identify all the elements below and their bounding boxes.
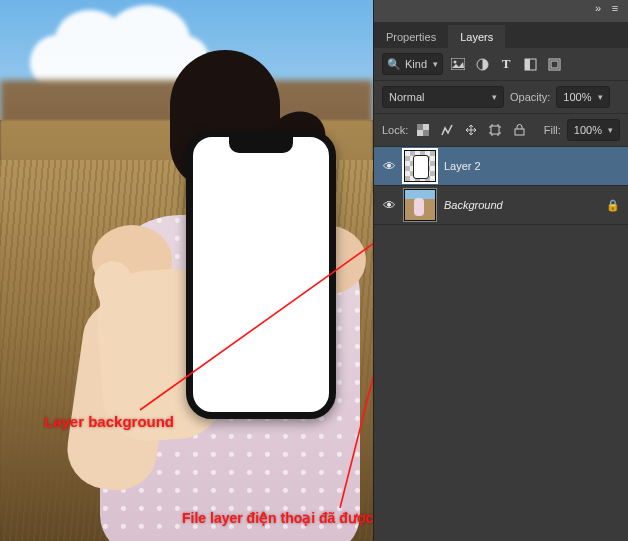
layer-filter-row: 🔍 Kind ▾ T	[374, 48, 628, 81]
filter-adjustment-icon[interactable]	[473, 55, 491, 73]
app-root: Layer background File layer điện thoại đ…	[0, 0, 628, 541]
panel-flyout-bar: » ≡	[374, 0, 628, 22]
document-canvas[interactable]: Layer background File layer điện thoại đ…	[0, 0, 373, 541]
svg-rect-8	[551, 61, 558, 68]
layer-row[interactable]: 👁 Background 🔒	[374, 186, 628, 225]
filter-type-icon[interactable]: T	[497, 55, 515, 73]
svg-rect-6	[525, 59, 530, 70]
opacity-value: 100%	[563, 91, 591, 103]
layer-row[interactable]: 👁 Layer 2	[374, 147, 628, 186]
chevron-down-icon: ▾	[492, 92, 497, 102]
collapse-panel-icon[interactable]: »	[591, 2, 605, 14]
lock-image-icon[interactable]	[438, 121, 456, 139]
layer-name[interactable]: Layer 2	[444, 160, 620, 172]
layer-thumbnail[interactable]	[404, 150, 436, 182]
filter-pixel-icon[interactable]	[449, 55, 467, 73]
panel-menu-icon[interactable]: ≡	[608, 2, 622, 14]
filter-kind-label: Kind	[405, 58, 427, 70]
tab-layers[interactable]: Layers	[448, 25, 505, 48]
lock-all-icon[interactable]	[510, 121, 528, 139]
layer-thumbnail[interactable]	[404, 189, 436, 221]
svg-rect-13	[515, 129, 524, 135]
lock-artboard-icon[interactable]	[486, 121, 504, 139]
thumbnail-background	[405, 190, 435, 220]
lock-label: Lock:	[382, 124, 408, 136]
svg-point-3	[454, 61, 457, 64]
phone-frame	[186, 130, 336, 419]
blend-mode-value: Normal	[389, 91, 424, 103]
opacity-dropdown[interactable]: 100% ▾	[556, 86, 609, 108]
layer-name[interactable]: Background	[444, 199, 606, 211]
lock-transparency-icon[interactable]	[414, 121, 432, 139]
opacity-label: Opacity:	[510, 91, 550, 103]
chevron-down-icon: ▾	[598, 92, 603, 102]
chevron-down-icon: ▾	[608, 125, 613, 135]
blend-mode-dropdown[interactable]: Normal ▾	[382, 86, 504, 108]
svg-rect-10	[417, 124, 423, 130]
svg-rect-11	[423, 130, 429, 136]
fill-dropdown[interactable]: 100% ▾	[567, 119, 620, 141]
filter-kind-dropdown[interactable]: 🔍 Kind ▾	[382, 53, 443, 75]
visibility-toggle-icon[interactable]: 👁	[374, 198, 404, 213]
chevron-down-icon: ▾	[433, 59, 438, 69]
thumbnail-phone	[413, 155, 429, 179]
blend-row: Normal ▾ Opacity: 100% ▾	[374, 81, 628, 114]
search-icon: 🔍	[387, 58, 401, 71]
panel-tabs: Properties Layers	[374, 22, 628, 48]
person	[90, 40, 350, 540]
phone-notch	[229, 137, 293, 153]
filter-smartobject-icon[interactable]	[545, 55, 563, 73]
filter-shape-icon[interactable]	[521, 55, 539, 73]
tab-properties[interactable]: Properties	[374, 25, 448, 48]
fill-value: 100%	[574, 124, 602, 136]
lock-position-icon[interactable]	[462, 121, 480, 139]
layer-list: 👁 Layer 2 👁 Background 🔒	[374, 147, 628, 541]
lock-row: Lock: Fill: 100% ▾	[374, 114, 628, 147]
svg-rect-12	[491, 126, 499, 134]
visibility-toggle-icon[interactable]: 👁	[374, 159, 404, 174]
fill-label: Fill:	[544, 124, 561, 136]
layers-panel: » ≡ Properties Layers 🔍 Kind ▾ T	[373, 0, 628, 541]
lock-indicator-icon[interactable]: 🔒	[606, 199, 620, 212]
